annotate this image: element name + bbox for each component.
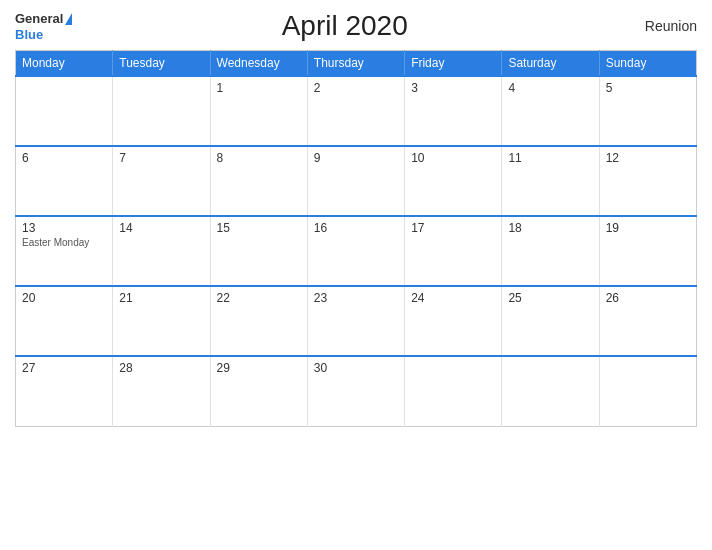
calendar-cell: 10 bbox=[405, 146, 502, 216]
calendar-cell: 13Easter Monday bbox=[16, 216, 113, 286]
day-number: 20 bbox=[22, 291, 106, 305]
header: General Blue April 2020 Reunion bbox=[15, 10, 697, 42]
calendar-cell: 25 bbox=[502, 286, 599, 356]
col-sunday: Sunday bbox=[599, 51, 696, 77]
holiday-label: Easter Monday bbox=[22, 237, 106, 248]
day-number: 21 bbox=[119, 291, 203, 305]
day-number: 23 bbox=[314, 291, 398, 305]
day-number: 10 bbox=[411, 151, 495, 165]
day-number: 7 bbox=[119, 151, 203, 165]
calendar-cell: 7 bbox=[113, 146, 210, 216]
day-number: 5 bbox=[606, 81, 690, 95]
region-label: Reunion bbox=[617, 18, 697, 34]
calendar-cell: 15 bbox=[210, 216, 307, 286]
calendar-cell: 11 bbox=[502, 146, 599, 216]
day-number: 11 bbox=[508, 151, 592, 165]
calendar-cell: 27 bbox=[16, 356, 113, 426]
calendar-cell: 30 bbox=[307, 356, 404, 426]
day-number: 13 bbox=[22, 221, 106, 235]
logo-blue-text: Blue bbox=[15, 27, 43, 42]
logo-triangle-icon bbox=[65, 13, 72, 25]
calendar-title: April 2020 bbox=[72, 10, 617, 42]
calendar-cell: 8 bbox=[210, 146, 307, 216]
day-number: 28 bbox=[119, 361, 203, 375]
day-number: 14 bbox=[119, 221, 203, 235]
day-number: 25 bbox=[508, 291, 592, 305]
calendar-cell: 14 bbox=[113, 216, 210, 286]
calendar-cell: 4 bbox=[502, 76, 599, 146]
calendar-cell: 6 bbox=[16, 146, 113, 216]
day-number: 26 bbox=[606, 291, 690, 305]
day-number: 29 bbox=[217, 361, 301, 375]
col-saturday: Saturday bbox=[502, 51, 599, 77]
day-number: 6 bbox=[22, 151, 106, 165]
calendar-cell: 17 bbox=[405, 216, 502, 286]
calendar-week-row: 20212223242526 bbox=[16, 286, 697, 356]
col-friday: Friday bbox=[405, 51, 502, 77]
calendar-cell: 22 bbox=[210, 286, 307, 356]
calendar-cell bbox=[16, 76, 113, 146]
day-number: 27 bbox=[22, 361, 106, 375]
day-number: 24 bbox=[411, 291, 495, 305]
logo-general-text: General bbox=[15, 11, 63, 26]
day-number: 9 bbox=[314, 151, 398, 165]
day-number: 18 bbox=[508, 221, 592, 235]
day-number: 17 bbox=[411, 221, 495, 235]
calendar-header-row: Monday Tuesday Wednesday Thursday Friday… bbox=[16, 51, 697, 77]
day-number: 2 bbox=[314, 81, 398, 95]
day-number: 15 bbox=[217, 221, 301, 235]
calendar-cell: 9 bbox=[307, 146, 404, 216]
calendar-cell: 5 bbox=[599, 76, 696, 146]
calendar-cell: 28 bbox=[113, 356, 210, 426]
page: General Blue April 2020 Reunion Monday T… bbox=[0, 0, 712, 550]
col-tuesday: Tuesday bbox=[113, 51, 210, 77]
day-number: 4 bbox=[508, 81, 592, 95]
col-wednesday: Wednesday bbox=[210, 51, 307, 77]
calendar-week-row: 27282930 bbox=[16, 356, 697, 426]
day-number: 16 bbox=[314, 221, 398, 235]
calendar-cell: 3 bbox=[405, 76, 502, 146]
calendar-cell: 16 bbox=[307, 216, 404, 286]
calendar-cell: 19 bbox=[599, 216, 696, 286]
col-thursday: Thursday bbox=[307, 51, 404, 77]
day-number: 12 bbox=[606, 151, 690, 165]
calendar-cell: 26 bbox=[599, 286, 696, 356]
calendar-cell: 1 bbox=[210, 76, 307, 146]
calendar-cell: 2 bbox=[307, 76, 404, 146]
calendar-cell: 23 bbox=[307, 286, 404, 356]
day-number: 22 bbox=[217, 291, 301, 305]
logo: General Blue bbox=[15, 10, 72, 42]
calendar-cell bbox=[113, 76, 210, 146]
day-number: 8 bbox=[217, 151, 301, 165]
calendar-cell bbox=[599, 356, 696, 426]
calendar-cell bbox=[405, 356, 502, 426]
calendar-week-row: 12345 bbox=[16, 76, 697, 146]
logo-top: General bbox=[15, 10, 72, 26]
calendar-table: Monday Tuesday Wednesday Thursday Friday… bbox=[15, 50, 697, 427]
calendar-cell: 12 bbox=[599, 146, 696, 216]
day-number: 3 bbox=[411, 81, 495, 95]
calendar-cell: 18 bbox=[502, 216, 599, 286]
day-number: 19 bbox=[606, 221, 690, 235]
calendar-cell: 29 bbox=[210, 356, 307, 426]
calendar-week-row: 6789101112 bbox=[16, 146, 697, 216]
day-number: 1 bbox=[217, 81, 301, 95]
calendar-cell: 24 bbox=[405, 286, 502, 356]
calendar-cell: 21 bbox=[113, 286, 210, 356]
col-monday: Monday bbox=[16, 51, 113, 77]
day-number: 30 bbox=[314, 361, 398, 375]
calendar-cell: 20 bbox=[16, 286, 113, 356]
calendar-cell bbox=[502, 356, 599, 426]
calendar-week-row: 13Easter Monday141516171819 bbox=[16, 216, 697, 286]
